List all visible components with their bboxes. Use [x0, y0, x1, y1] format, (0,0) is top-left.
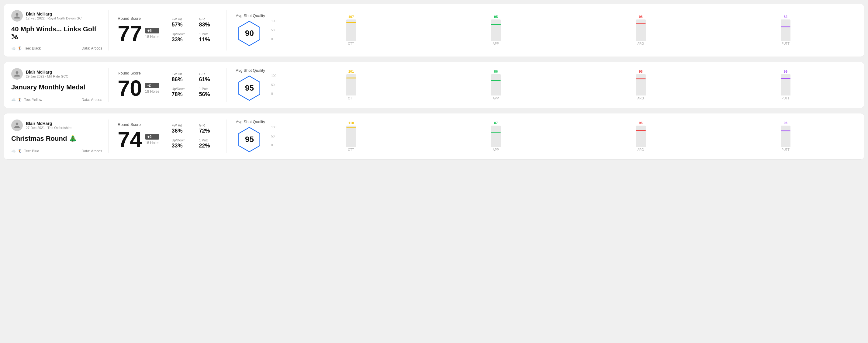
avatar	[11, 120, 23, 131]
bar-group: 87	[425, 121, 567, 147]
footer-info: ☁️ 🏌 Tee: Black Data: Arccos	[11, 46, 102, 51]
tee-label: Tee: Yellow	[24, 98, 42, 102]
fw-hit-label: FW Hit	[172, 123, 190, 127]
score-number: 74	[118, 129, 142, 151]
score-block: Round Score 77 +5 18 Holes	[118, 16, 159, 44]
score-holes: 18 Holes	[145, 89, 159, 94]
gir-stat: GIR 83%	[199, 17, 217, 28]
user-name: Blair McHarg	[26, 70, 68, 74]
chart-x-label: ARG	[569, 97, 712, 100]
middle-section: Round Score 77 +5 18 Holes FW Hit	[108, 10, 226, 51]
fw-hit-label: FW Hit	[172, 17, 190, 21]
user-date-course: 12 Feb 2022 · Royal North Devon GC	[26, 17, 82, 20]
stats-row-bottom: Up/Down 78% 1 Putt 56%	[172, 87, 217, 98]
user-info: Blair McHarg 12 Feb 2022 · Royal North D…	[11, 10, 102, 22]
chart-x-label: PUTT	[714, 42, 857, 45]
quality-score: 95	[245, 135, 254, 144]
round-title: 40 Mph Winds... Links Golf 🌬	[11, 25, 102, 41]
stats-row-bottom: Up/Down 33% 1 Putt 22%	[172, 138, 217, 149]
score-number: 77	[118, 23, 142, 44]
middle-section: Round Score 74 +2 18 Holes FW Hit	[108, 120, 226, 153]
oneputt-label: 1 Putt	[199, 32, 217, 36]
chart-x-label: APP	[425, 148, 567, 151]
y-label-50: 50	[271, 83, 276, 87]
oneputt-value: 22%	[199, 143, 217, 149]
chart-x-label: OTT	[280, 42, 422, 45]
updown-stat: Up/Down 33%	[172, 32, 190, 43]
bag-icon: 🏌	[18, 98, 22, 102]
bar-group: 93	[714, 121, 857, 147]
user-date-course: 27 Dec 2021 · The Oxfordshire	[26, 126, 71, 129]
round-title: Christmas Round 🎄	[11, 135, 102, 143]
oneputt-stat: 1 Putt 22%	[199, 138, 217, 149]
tee-info: ☁️ 🏌 Tee: Black	[11, 46, 41, 51]
bar-group: 96	[569, 70, 712, 95]
fw-hit-value: 57%	[172, 22, 190, 28]
bar-value-label: 96	[639, 70, 643, 73]
bar-group: 98	[569, 15, 712, 41]
chart-x-label: OTT	[280, 97, 422, 100]
gir-value: 72%	[199, 128, 217, 134]
score-holes: 18 Holes	[145, 35, 159, 39]
footer-info: ☁️ 🏌 Tee: Blue Data: Arccos	[11, 149, 102, 153]
score-block: Round Score 74 +2 18 Holes	[118, 122, 159, 151]
bar-value-label: 95	[494, 15, 498, 19]
oneputt-stat: 1 Putt 11%	[199, 32, 217, 43]
avatar	[11, 10, 23, 22]
fw-hit-stat: FW Hit 36%	[172, 123, 190, 134]
chart-x-label: PUTT	[714, 148, 857, 151]
bar-group: 99	[714, 70, 857, 95]
tee-label: Tee: Black	[24, 46, 41, 51]
updown-value: 33%	[172, 143, 190, 149]
user-info: Blair McHarg 27 Dec 2021 · The Oxfordshi…	[11, 120, 102, 131]
y-label-100: 100	[271, 126, 276, 129]
score-label: Round Score	[118, 16, 159, 21]
gir-stat: GIR 72%	[199, 123, 217, 134]
gir-stat: GIR 61%	[199, 72, 217, 83]
data-source: Data: Arccos	[82, 149, 102, 153]
score-label: Round Score	[118, 122, 159, 127]
left-section: Blair McHarg 27 Dec 2021 · The Oxfordshi…	[11, 120, 108, 153]
score-badge: +2	[145, 134, 159, 139]
cloud-icon: ☁️	[11, 98, 16, 102]
quality-block: Avg Shot Quality 95	[236, 68, 265, 102]
right-section: Avg Shot Quality 95 100 50 0 110	[226, 120, 857, 153]
score-block: Round Score 70 -2 18 Holes	[118, 71, 159, 99]
fw-hit-stat: FW Hit 57%	[172, 17, 190, 28]
oneputt-value: 11%	[199, 36, 217, 43]
fw-hit-stat: FW Hit 86%	[172, 72, 190, 83]
bar-value-label: 95	[639, 121, 643, 125]
stats-row-top: FW Hit 36% GIR 72%	[172, 123, 217, 134]
tee-label: Tee: Blue	[24, 149, 39, 153]
data-source: Data: Arccos	[82, 46, 102, 51]
updown-label: Up/Down	[172, 87, 190, 91]
person-icon	[14, 12, 20, 19]
chart-area: 100 50 0 107 95	[271, 15, 857, 45]
hexagon-container: 90	[236, 20, 263, 47]
bag-icon: 🏌	[18, 149, 22, 153]
quality-score: 90	[245, 29, 254, 38]
stats-row-top: FW Hit 57% GIR 83%	[172, 17, 217, 28]
oneputt-label: 1 Putt	[199, 138, 217, 142]
updown-stat: Up/Down 78%	[172, 87, 190, 98]
updown-stat: Up/Down 33%	[172, 138, 190, 149]
bar-value-label: 93	[784, 121, 787, 125]
bag-icon: 🏌	[18, 46, 22, 51]
user-details: Blair McHarg 12 Feb 2022 · Royal North D…	[26, 11, 82, 20]
chart-x-label: OTT	[280, 148, 422, 151]
y-label-0: 0	[271, 37, 276, 41]
stats-row-bottom: Up/Down 33% 1 Putt 11%	[172, 32, 217, 43]
bar-group: 101	[280, 70, 422, 95]
stats-row-top: FW Hit 86% GIR 61%	[172, 72, 217, 83]
score-badge: -2	[145, 83, 159, 88]
y-label-0: 0	[271, 144, 276, 147]
bar-value-label: 82	[784, 15, 787, 19]
score-main: 74 +2 18 Holes	[118, 129, 159, 151]
chart-x-label: APP	[425, 42, 567, 45]
bar-group: 82	[714, 15, 857, 41]
gir-value: 83%	[199, 22, 217, 28]
tee-info: ☁️ 🏌 Tee: Yellow	[11, 98, 42, 102]
bar-group: 110	[280, 121, 422, 147]
stats-block: FW Hit 86% GIR 61% Up/Down 78%	[172, 72, 217, 98]
oneputt-value: 56%	[199, 91, 217, 98]
